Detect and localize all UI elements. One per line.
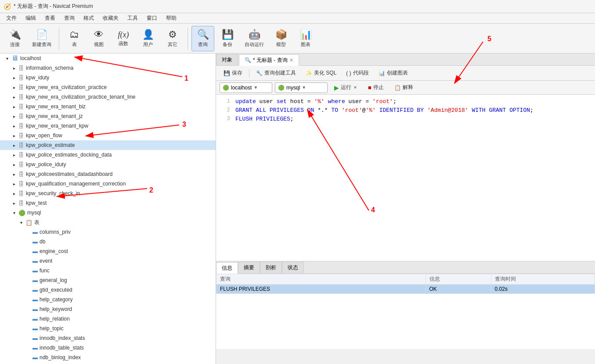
code-wrap-button[interactable]: ( ) 代码段 — [342, 68, 372, 79]
table-icon: ▬ — [32, 248, 38, 254]
sidebar-table-engine-cost[interactable]: ▬ engine_cost — [0, 246, 216, 256]
code-editor[interactable]: 1 update user set host = '%' where user … — [216, 95, 595, 261]
sidebar-db-kpw-qualification[interactable]: ▸ 🗄 kpw_qualification_management_correct… — [0, 179, 216, 189]
query-toolbar: 💾 保存 🔧 查询创建工具 ✨ 美化 SQL ( ) 代码段 📊 — [216, 66, 595, 81]
database-select[interactable]: 🟢 mysql ▼ — [275, 82, 328, 93]
toolbar-separator-1 — [59, 28, 59, 50]
results-tab-info[interactable]: 信息 — [216, 262, 238, 274]
sidebar-db-kpw-policeestimates[interactable]: ▸ 🗄 kpw_policeestimates_datadashboard — [0, 169, 216, 179]
sidebar-table-db[interactable]: ▬ db — [0, 237, 216, 246]
other-button[interactable]: ⚙ 其它 — [161, 26, 184, 51]
table-name: event — [40, 258, 52, 264]
user-icon: 👤 — [142, 29, 154, 40]
sidebar-db-mysql[interactable]: ▾ 🟢 mysql — [0, 208, 216, 218]
sidebar-db-kpw-new-era-civilization[interactable]: ▸ 🗄 kpw_new_era_civilization_practice — [0, 82, 216, 92]
new-query-button[interactable]: 📄 新建查询 — [28, 26, 55, 51]
expand-icon: ▾ — [4, 56, 11, 61]
menu-window[interactable]: 窗口 — [142, 14, 162, 23]
server-status-icon: 🟢 — [223, 85, 229, 91]
sidebar-table-help-keyword[interactable]: ▬ help_keyword — [0, 304, 216, 314]
menu-format[interactable]: 格式 — [79, 14, 98, 23]
query-button[interactable]: 🔍 查询 — [191, 26, 214, 51]
sidebar-table-columns-priv[interactable]: ▬ columns_priv — [0, 227, 216, 237]
save-button[interactable]: 💾 保存 — [220, 68, 246, 79]
code-text-2: GRANT ALL PRIVILEGES ON *.* TO 'root'@'%… — [235, 107, 591, 116]
sidebar-table-ndb-binlog-index[interactable]: ▬ ndb_binlog_index — [0, 353, 216, 362]
sidebar-db-kpw-new-era-tenant-line[interactable]: ▸ 🗄 kpw_new_era_civilization_practice_te… — [0, 92, 216, 102]
sidebar-db-kpw-open-flow[interactable]: ▸ 🗄 kpw_open_flow — [0, 131, 216, 140]
menu-help[interactable]: 帮助 — [162, 14, 181, 23]
chart-button[interactable]: 📊 图表 — [294, 26, 317, 51]
menu-file[interactable]: 文件 — [2, 14, 21, 23]
beautify-button[interactable]: ✨ 美化 SQL — [302, 68, 340, 79]
sidebar-db-kpw-new-era-tenant-biz[interactable]: ▸ 🗄 kpw_new_era_tenant_biz — [0, 102, 216, 111]
expand-icon: ▸ — [11, 201, 18, 206]
menu-view[interactable]: 查看 — [40, 14, 60, 23]
table-button[interactable]: 🗂 表 — [63, 26, 86, 51]
sidebar-table-innodb-table-stats[interactable]: ▬ innodb_table_stats — [0, 343, 216, 353]
title-bar: 🧭 * 无标题 - 查询 - Navicat Premium — [0, 0, 595, 13]
sidebar-table-func[interactable]: ▬ func — [0, 266, 216, 275]
result-info: OK — [426, 285, 491, 294]
run-dropdown-arrow[interactable]: ▼ — [353, 85, 357, 90]
menu-bar: 文件 编辑 查看 查询 格式 收藏夹 工具 窗口 帮助 — [0, 13, 595, 24]
autorun-button[interactable]: 🤖 自动运行 — [241, 26, 268, 51]
db-icon: 🗄 — [18, 171, 24, 178]
sidebar-db-kpw-test[interactable]: ▸ 🗄 kpw_test — [0, 198, 216, 208]
user-button[interactable]: 👤 用户 — [137, 26, 159, 51]
sidebar-db-kpw-new-era-tenant-kpw[interactable]: ▸ 🗄 kpw_new_era_tenant_kpw — [0, 121, 216, 131]
tables-icon: 📋 — [25, 219, 32, 226]
sidebar-table-innodb-index-stats[interactable]: ▬ innodb_index_stats — [0, 333, 216, 343]
backup-button[interactable]: 💾 备份 — [216, 26, 239, 51]
sidebar-db-kpw-security[interactable]: ▸ 🗄 kpw_security_check_in — [0, 189, 216, 198]
connect-button[interactable]: 🔌 连接 — [4, 26, 26, 51]
model-button[interactable]: 📦 模型 — [270, 26, 292, 51]
sidebar-table-event[interactable]: ▬ event — [0, 256, 216, 266]
sidebar-db-kpw-iduty[interactable]: ▸ 🗄 kpw_iduty — [0, 73, 216, 82]
sidebar-db-information-schema[interactable]: ▸ 🗄 information_schema — [0, 63, 216, 73]
results-tab-status[interactable]: 状态 — [282, 262, 304, 273]
code-line-3: 3 FLUSH PRIVILEGES; — [220, 116, 591, 125]
tab-close-icon[interactable]: ✕ — [289, 57, 293, 63]
expand-icon: ▸ — [11, 95, 18, 100]
db-icon: 🗄 — [18, 103, 24, 110]
sidebar-db-kpw-police-estimate[interactable]: ▸ 🗄 kpw_police_estimate — [0, 140, 216, 150]
run-button[interactable]: ▶ 运行 ▼ — [330, 82, 361, 93]
sidebar-table-help-relation[interactable]: ▬ help_relation — [0, 314, 216, 324]
sidebar-db-kpw-police-estimates-docking[interactable]: ▸ 🗄 kpw_police_estimates_docking_data — [0, 150, 216, 160]
db-name: information_schema — [26, 65, 73, 71]
query-builder-button[interactable]: 🔧 查询创建工具 — [252, 68, 300, 79]
create-chart-button[interactable]: 📊 创建图表 — [375, 68, 412, 79]
expand-icon: ▸ — [11, 124, 18, 128]
results-tab-summary[interactable]: 摘要 — [238, 262, 260, 273]
sidebar-table-general-log[interactable]: ▬ general_log — [0, 275, 216, 285]
sidebar-db-kpw-new-era-tenant-jz[interactable]: ▸ 🗄 kpw_new_era_tenant_jz — [0, 111, 216, 121]
sidebar-table-help-topic[interactable]: ▬ help_topic — [0, 324, 216, 333]
backup-icon: 💾 — [222, 29, 234, 40]
menu-tools[interactable]: 工具 — [123, 14, 142, 23]
server-select[interactable]: 🟢 localhost ▼ — [220, 82, 272, 93]
tab-query[interactable]: 🔍 * 无标题 - 查询 ✕ — [239, 54, 299, 66]
results-tab-profile[interactable]: 剖析 — [260, 262, 282, 273]
expand-icon: ▸ — [11, 182, 18, 186]
sidebar-server-localhost[interactable]: ▾ 🖥 localhost — [0, 54, 216, 63]
table-name: ndb_binlog_index — [40, 354, 81, 360]
menu-favorites[interactable]: 收藏夹 — [98, 14, 123, 23]
menu-query[interactable]: 查询 — [60, 14, 79, 23]
function-button[interactable]: f(x) 函数 — [112, 26, 135, 51]
stop-button[interactable]: ■ 停止 — [364, 82, 388, 93]
view-button[interactable]: 👁 视图 — [87, 26, 110, 51]
sidebar-tables-group[interactable]: ▾ 📋 表 — [0, 218, 216, 227]
sidebar-table-plugin[interactable]: ▬ plugin — [0, 362, 216, 364]
sidebar-db-kpw-police-iduty[interactable]: ▸ 🗄 kpw_police_iduty — [0, 160, 216, 169]
table-name: engine_cost — [40, 248, 68, 254]
sidebar-table-gtid-executed[interactable]: ▬ gtid_executed — [0, 285, 216, 295]
menu-edit[interactable]: 编辑 — [21, 14, 40, 23]
sidebar-table-help-category[interactable]: ▬ help_category — [0, 295, 216, 304]
user-label: 用户 — [143, 41, 153, 48]
tab-object[interactable]: 对象 — [216, 54, 238, 65]
expand-icon: ▸ — [11, 104, 18, 109]
db-icon: 🗄 — [18, 123, 24, 129]
explain-button[interactable]: 📋 解释 — [390, 82, 417, 93]
db-icon: 🗄 — [18, 200, 24, 207]
